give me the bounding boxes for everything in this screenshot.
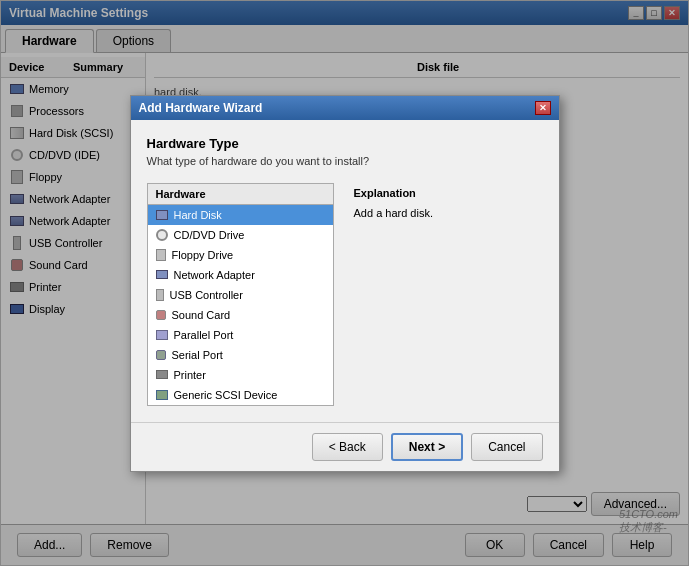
modal-hw-item-sound[interactable]: Sound Card: [148, 305, 333, 325]
modal-floppy-icon: [156, 249, 166, 261]
modal-scsi-icon: [156, 390, 168, 400]
modal-hw-item-harddisk[interactable]: Hard Disk: [148, 205, 333, 225]
modal-section-title: Hardware Type: [147, 136, 543, 151]
modal-hw-item-floppy[interactable]: Floppy Drive: [148, 245, 333, 265]
modal-cancel-button[interactable]: Cancel: [471, 433, 542, 461]
modal-title-bar: Add Hardware Wizard ✕: [131, 96, 559, 120]
modal-hw-item-network[interactable]: Network Adapter: [148, 265, 333, 285]
modal-hw-item-cddvd[interactable]: CD/DVD Drive: [148, 225, 333, 245]
modal-overlay: Add Hardware Wizard ✕ Hardware Type What…: [1, 1, 688, 565]
modal-title: Add Hardware Wizard: [139, 101, 263, 115]
modal-close-button[interactable]: ✕: [535, 101, 551, 115]
modal-hd-icon: [156, 210, 168, 220]
modal-hw-item-serial[interactable]: Serial Port: [148, 345, 333, 365]
modal-network-icon: [156, 270, 168, 279]
explanation-header: Explanation: [354, 187, 539, 199]
hw-col-header: Hardware: [148, 184, 333, 205]
hardware-type-list: Hardware Hard Disk CD/DVD Drive Floppy D…: [147, 183, 334, 406]
modal-next-button[interactable]: Next >: [391, 433, 463, 461]
modal-hw-item-parallel[interactable]: Parallel Port: [148, 325, 333, 345]
modal-section-sub: What type of hardware do you want to ins…: [147, 155, 543, 167]
modal-bottom-bar: < Back Next > Cancel: [131, 422, 559, 471]
modal-body: Hardware Type What type of hardware do y…: [131, 120, 559, 422]
modal-hw-item-scsi[interactable]: Generic SCSI Device: [148, 385, 333, 405]
main-window: Virtual Machine Settings _ □ ✕ Hardware …: [0, 0, 689, 566]
explanation-text: Add a hard disk.: [354, 207, 539, 219]
modal-back-button[interactable]: < Back: [312, 433, 383, 461]
modal-printer-icon: [156, 370, 168, 379]
modal-two-col: Hardware Hard Disk CD/DVD Drive Floppy D…: [147, 183, 543, 406]
modal-cd-icon: [156, 229, 168, 241]
modal-hw-item-printer[interactable]: Printer: [148, 365, 333, 385]
explanation-col: Explanation Add a hard disk.: [350, 183, 543, 406]
modal-serial-icon: [156, 350, 166, 360]
modal-hw-item-usb[interactable]: USB Controller: [148, 285, 333, 305]
modal-sound-icon: [156, 310, 166, 320]
modal-parallel-icon: [156, 330, 168, 340]
modal-usb-icon: [156, 289, 164, 301]
add-hardware-wizard-modal: Add Hardware Wizard ✕ Hardware Type What…: [130, 95, 560, 472]
